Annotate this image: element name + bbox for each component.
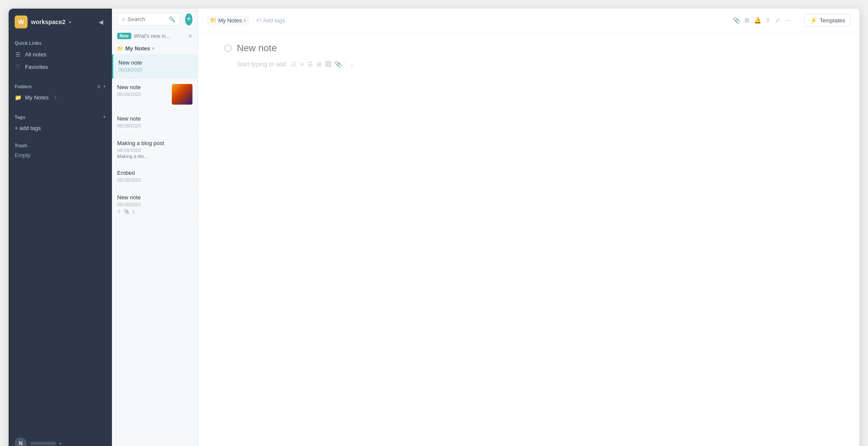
start-typing-text: Start typing or add (237, 61, 286, 68)
note-item-title: Making a blog post (117, 140, 192, 146)
tags-actions: + (103, 114, 106, 120)
note-item-title: New note (117, 194, 192, 201)
attach-toolbar-icon[interactable]: 📎 (733, 17, 740, 24)
editor-content: Start typing or add ☑ ≡ ☰ ⊞ 🖼 📎 ⌄ (198, 32, 859, 446)
note-format-toolbar: ☑ ≡ ☰ ⊞ 🖼 📎 ⌄ (291, 61, 354, 68)
note-item-date: 06/18/2020 (117, 148, 192, 153)
notes-list: New note 06/18/2020 New note 06/18/2020 … (112, 54, 198, 446)
note-item[interactable]: New note 06/18/2020 (112, 54, 198, 79)
editor-folder-chevron-icon: ▾ (244, 18, 246, 23)
note-item-content: New note 06/18/2020 (118, 59, 192, 73)
search-icon[interactable]: 🔍 (169, 16, 175, 22)
note-item[interactable]: Making a blog post 06/18/2020 Making a b… (112, 135, 198, 164)
editor-folder-name: My Notes (218, 17, 242, 24)
grid-toolbar-icon[interactable]: ⊞ (744, 17, 750, 24)
ordered-list-format-icon[interactable]: ≡ (300, 61, 304, 68)
templates-label: Templates (820, 17, 845, 24)
folders-add-icon[interactable]: + (103, 84, 106, 90)
search-bar: ≡ 🔍 (117, 13, 180, 25)
filter-icon[interactable]: ≡ (122, 16, 125, 22)
trash-label: Trash (9, 139, 112, 150)
share-toolbar-icon[interactable]: ⇧ (766, 17, 771, 24)
folders-label: Folders (15, 84, 32, 89)
editor-area: 📁 My Notes ▾ 🏷 Add tags 📎 ⊞ 🔔 ⇧ ⤢ ⋯ (198, 9, 859, 446)
folders-section-header: Folders ≡ + (9, 80, 112, 91)
workspace-name: workspace2 (31, 19, 65, 25)
more-format-icon[interactable]: ⌄ (349, 61, 354, 68)
sidebar-item-empty-trash[interactable]: Empty (9, 150, 112, 161)
notes-panel: ≡ 🔍 + New What's new in... ✕ 📁 My Notes … (112, 9, 198, 446)
new-note-button[interactable]: + (185, 13, 192, 25)
note-item-date: 06/18/2020 (117, 92, 168, 97)
editor-toolbar-right: 📎 ⊞ 🔔 ⇧ ⤢ ⋯ ⚡ Templates (733, 14, 851, 27)
note-item-title: Embed (117, 170, 192, 176)
templates-button[interactable]: ⚡ Templates (804, 14, 851, 27)
attachment-count: 1 (132, 209, 135, 214)
tags-section: Tags + + add tags (9, 107, 112, 138)
more-toolbar-icon[interactable]: ⋯ (784, 17, 790, 24)
note-item[interactable]: New note 06/18/2020 (112, 110, 198, 135)
note-item-title: New note (118, 59, 192, 66)
editor-folder-icon: 📁 (210, 17, 217, 23)
bell-toolbar-icon[interactable]: 🔔 (754, 17, 761, 24)
tags-add-icon[interactable]: + (103, 114, 106, 120)
expand-toolbar-icon[interactable]: ⤢ (775, 17, 780, 24)
note-item-content: Making a blog post 06/18/2020 Making a b… (117, 140, 192, 159)
note-item-content: New note 06/18/2020 (117, 84, 168, 105)
note-item-thumbnail (172, 84, 192, 105)
my-notes-label: My Notes (25, 94, 49, 101)
note-item[interactable]: Embed 06/18/2020 (112, 164, 198, 189)
favorites-icon: ♡ (15, 64, 22, 70)
notes-folder-chevron-icon: ▾ (152, 46, 154, 51)
folder-icon: 📁 (15, 94, 22, 101)
search-input[interactable] (127, 16, 166, 22)
user-avatar: N (15, 437, 27, 446)
sidebar-item-add-tags[interactable]: + add tags (9, 122, 112, 134)
workspace-avatar: W (15, 15, 28, 28)
favorites-label: Favorites (25, 64, 48, 70)
sidebar-footer: N ▾ (9, 432, 112, 446)
sidebar-collapse-button[interactable]: ◀ (96, 17, 106, 27)
folders-sort-icon[interactable]: ≡ (97, 84, 100, 90)
note-item-content: New note 06/18/2020 ⇧ 📎 1 (117, 194, 192, 214)
note-item-date: 06/18/2020 (117, 123, 192, 128)
editor-folder-tag[interactable]: 📁 My Notes ▾ (207, 15, 249, 25)
note-item-meta: ⇧ 📎 1 (117, 209, 192, 214)
note-item-date: 06/18/2020 (117, 202, 192, 207)
sidebar-header: W workspace2 ▾ ◀ (9, 9, 112, 35)
trash-section: Trash Empty (9, 138, 112, 162)
add-tags-label: Add tags (263, 17, 285, 24)
new-tag-badge: New (117, 33, 131, 39)
note-item[interactable]: New note 06/18/2020 (112, 79, 198, 110)
share-meta-icon: ⇧ (117, 209, 121, 214)
user-name-bar (30, 442, 56, 445)
unordered-list-format-icon[interactable]: ☰ (307, 61, 313, 68)
add-tags-button[interactable]: 🏷 Add tags (253, 15, 288, 25)
notes-folder-icon: 📁 (117, 46, 124, 52)
format-divider (345, 61, 346, 68)
note-item-preview: Making a blo... (117, 154, 192, 159)
note-item[interactable]: New note 06/18/2020 ⇧ 📎 1 (112, 189, 198, 220)
whats-new-banner: New What's new in... ✕ (112, 29, 198, 43)
note-thumbnail-image (172, 84, 192, 105)
close-whats-new-button[interactable]: ✕ (188, 33, 192, 39)
sidebar-item-all-notes[interactable]: ☰ All notes (9, 48, 112, 61)
my-notes-count: 7 (54, 95, 56, 100)
sidebar-item-favorites[interactable]: ♡ Favorites (9, 61, 112, 73)
templates-icon: ⚡ (810, 17, 817, 24)
note-body-area: Start typing or add ☑ ≡ ☰ ⊞ 🖼 📎 ⌄ (224, 61, 834, 68)
note-item-title: New note (117, 115, 192, 122)
attach-format-icon[interactable]: 📎 (335, 61, 342, 68)
note-title-area (224, 43, 834, 54)
sidebar-item-my-notes[interactable]: 📁 My Notes 7 (9, 91, 112, 104)
quick-links-section: Quick Links ☰ All notes ♡ Favorites (9, 35, 112, 77)
tag-icon: 🏷 (256, 17, 261, 23)
note-item-date: 06/18/2020 (118, 67, 192, 72)
note-title-input[interactable] (237, 43, 834, 54)
table-format-icon[interactable]: ⊞ (316, 61, 322, 68)
note-item-content: New note 06/18/2020 (117, 115, 192, 129)
attach-meta-icon: 📎 (124, 209, 130, 214)
workspace-info[interactable]: W workspace2 ▾ (15, 15, 71, 28)
checklist-format-icon[interactable]: ☑ (291, 61, 297, 68)
image-format-icon[interactable]: 🖼 (325, 61, 331, 68)
